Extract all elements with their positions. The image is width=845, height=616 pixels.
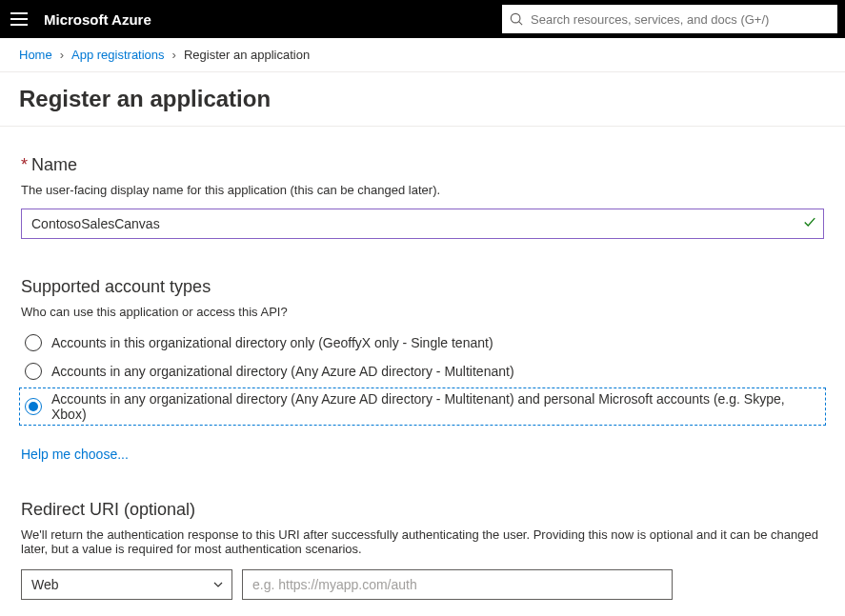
brand-label: Microsoft Azure	[44, 11, 151, 28]
account-types-description: Who can use this application or access t…	[21, 305, 824, 319]
platform-select-value: Web	[31, 577, 59, 592]
redirect-uri-description: We'll return the authentication response…	[21, 527, 824, 556]
breadcrumb-separator: ›	[172, 48, 176, 62]
help-me-choose-link[interactable]: Help me choose...	[21, 447, 129, 462]
check-icon	[803, 216, 816, 232]
account-type-multitenant-personal[interactable]: Accounts in any organizational directory…	[21, 389, 824, 424]
global-search-input[interactable]	[531, 12, 830, 27]
svg-point-0	[511, 13, 520, 23]
search-icon	[510, 12, 523, 26]
radio-icon	[25, 363, 42, 380]
menu-toggle-icon[interactable]	[8, 8, 30, 30]
redirect-uri-section: Redirect URI (optional) We'll return the…	[21, 500, 824, 600]
breadcrumb-home[interactable]: Home	[19, 48, 52, 62]
account-type-multitenant[interactable]: Accounts in any organizational directory…	[21, 361, 824, 382]
breadcrumb: Home › App registrations › Register an a…	[0, 38, 845, 72]
redirect-uri-input[interactable]	[242, 569, 673, 600]
breadcrumb-current: Register an application	[184, 48, 310, 62]
radio-icon	[25, 334, 42, 351]
radio-label: Accounts in any organizational directory…	[51, 391, 820, 422]
svg-line-1	[519, 22, 523, 26]
radio-label: Accounts in any organizational directory…	[51, 364, 514, 379]
name-section: *Name The user-facing display name for t…	[21, 155, 824, 239]
required-indicator: *	[21, 155, 28, 174]
top-bar: Microsoft Azure	[0, 0, 845, 38]
name-label: *Name	[21, 155, 824, 175]
page-title: Register an application	[0, 72, 845, 127]
chevron-down-icon	[212, 579, 224, 590]
global-search[interactable]	[502, 5, 837, 33]
form-content: *Name The user-facing display name for t…	[0, 127, 845, 616]
app-name-input[interactable]	[21, 209, 824, 239]
account-types-section: Supported account types Who can use this…	[21, 277, 824, 462]
account-types-title: Supported account types	[21, 277, 824, 297]
breadcrumb-app-registrations[interactable]: App registrations	[71, 48, 165, 62]
radio-label: Accounts in this organizational director…	[51, 335, 493, 350]
account-types-radio-group: Accounts in this organizational director…	[21, 332, 824, 424]
platform-select[interactable]: Web	[21, 569, 232, 600]
radio-icon	[25, 398, 42, 415]
account-type-single-tenant[interactable]: Accounts in this organizational director…	[21, 332, 824, 353]
name-description: The user-facing display name for this ap…	[21, 183, 824, 197]
breadcrumb-separator: ›	[60, 48, 64, 62]
redirect-uri-title: Redirect URI (optional)	[21, 500, 824, 520]
